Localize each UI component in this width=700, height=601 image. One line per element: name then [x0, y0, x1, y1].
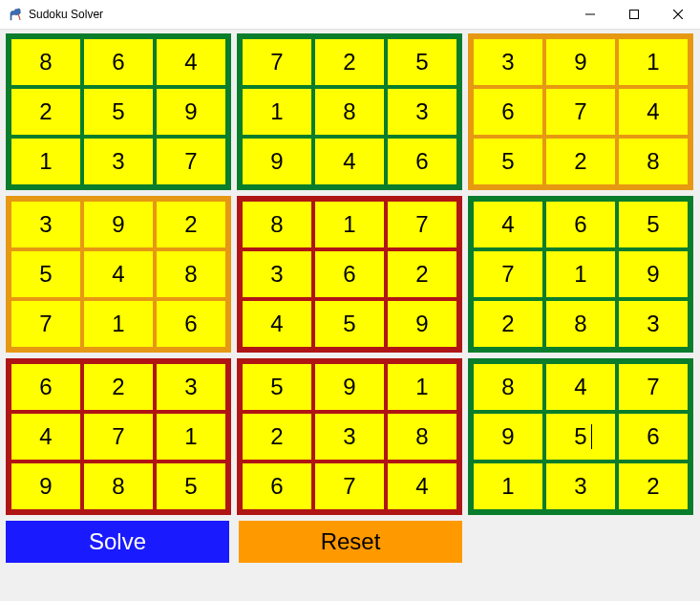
close-button[interactable]	[656, 0, 700, 29]
cell-1-3[interactable]: 1	[241, 87, 313, 137]
cell-0-0[interactable]: 8	[10, 37, 82, 87]
cell-8-7[interactable]: 3	[544, 461, 617, 511]
cell-6-8[interactable]: 5	[155, 461, 227, 511]
cell-7-7[interactable]: 7	[313, 461, 386, 511]
cell-1-2[interactable]: 5	[386, 37, 458, 87]
subgrid-6: 623471985	[6, 358, 231, 515]
svg-rect-1	[630, 11, 639, 19]
cell-3-8[interactable]: 6	[155, 299, 227, 349]
subgrid-4: 817362459	[237, 196, 462, 353]
reset-button[interactable]: Reset	[239, 521, 462, 563]
cell-2-4[interactable]: 7	[544, 87, 617, 137]
cell-0-3[interactable]: 2	[10, 87, 82, 137]
cell-2-3[interactable]: 6	[472, 87, 544, 137]
cell-1-6[interactable]: 9	[241, 137, 313, 186]
cell-7-5[interactable]: 8	[386, 412, 458, 461]
cell-1-0[interactable]: 7	[241, 37, 313, 87]
cell-7-2[interactable]: 1	[386, 362, 458, 412]
cell-6-3[interactable]: 4	[10, 412, 82, 461]
cell-1-1[interactable]: 2	[313, 37, 386, 87]
cell-0-6[interactable]: 1	[10, 137, 82, 186]
cell-3-6[interactable]: 7	[10, 299, 82, 349]
maximize-button[interactable]	[612, 0, 656, 29]
cell-8-0[interactable]: 8	[472, 362, 544, 412]
cell-3-3[interactable]: 5	[10, 249, 82, 299]
cell-6-7[interactable]: 8	[82, 461, 155, 511]
cell-4-8[interactable]: 9	[386, 299, 458, 349]
cell-2-5[interactable]: 4	[617, 87, 689, 137]
cell-7-1[interactable]: 9	[313, 362, 386, 412]
cell-5-8[interactable]: 3	[617, 299, 689, 349]
cell-3-7[interactable]: 1	[82, 299, 155, 349]
cell-3-0[interactable]: 3	[10, 200, 82, 249]
cell-2-8[interactable]: 8	[617, 137, 689, 186]
cell-4-7[interactable]: 5	[313, 299, 386, 349]
cell-6-1[interactable]: 2	[82, 362, 155, 412]
cell-7-6[interactable]: 6	[241, 461, 313, 511]
cell-1-5[interactable]: 3	[386, 87, 458, 137]
subgrid-5: 465719283	[468, 196, 693, 353]
cell-4-4[interactable]: 6	[313, 249, 386, 299]
cell-6-6[interactable]: 9	[10, 461, 82, 511]
cell-5-6[interactable]: 2	[472, 299, 544, 349]
window-title: Sudoku Solver	[29, 8, 103, 21]
subgrid-8: 847956132	[468, 358, 693, 515]
cell-1-4[interactable]: 8	[313, 87, 386, 137]
minimize-button[interactable]	[568, 0, 612, 29]
cell-4-3[interactable]: 3	[241, 249, 313, 299]
cell-7-0[interactable]: 5	[241, 362, 313, 412]
cell-2-1[interactable]: 9	[544, 37, 617, 87]
cell-5-1[interactable]: 6	[544, 200, 617, 249]
cell-0-2[interactable]: 4	[155, 37, 227, 87]
cell-8-4[interactable]: 5	[544, 412, 617, 461]
cell-8-8[interactable]: 2	[617, 461, 689, 511]
cell-4-5[interactable]: 2	[386, 249, 458, 299]
cell-4-1[interactable]: 1	[313, 200, 386, 249]
subgrid-2: 391674528	[468, 33, 693, 190]
cell-8-2[interactable]: 7	[617, 362, 689, 412]
cell-6-4[interactable]: 7	[82, 412, 155, 461]
cell-0-5[interactable]: 9	[155, 87, 227, 137]
cell-5-3[interactable]: 7	[472, 249, 544, 299]
cell-3-5[interactable]: 8	[155, 249, 227, 299]
cell-3-1[interactable]: 9	[82, 200, 155, 249]
cell-7-3[interactable]: 2	[241, 412, 313, 461]
text-caret	[591, 424, 592, 449]
cell-1-7[interactable]: 4	[313, 137, 386, 186]
cell-5-7[interactable]: 8	[544, 299, 617, 349]
cell-3-2[interactable]: 2	[155, 200, 227, 249]
cell-5-4[interactable]: 1	[544, 249, 617, 299]
cell-3-4[interactable]: 4	[82, 249, 155, 299]
cell-4-2[interactable]: 7	[386, 200, 458, 249]
cell-8-3[interactable]: 9	[472, 412, 544, 461]
cell-5-2[interactable]: 5	[617, 200, 689, 249]
cell-0-8[interactable]: 7	[155, 137, 227, 186]
cell-4-0[interactable]: 8	[241, 200, 313, 249]
subgrid-0: 864259137	[6, 33, 231, 190]
cell-6-0[interactable]: 6	[10, 362, 82, 412]
cell-1-8[interactable]: 6	[386, 137, 458, 186]
app-icon	[8, 7, 23, 22]
cell-4-6[interactable]: 4	[241, 299, 313, 349]
subgrid-7: 591238674	[237, 358, 462, 515]
cell-2-7[interactable]: 2	[544, 137, 617, 186]
sudoku-board: 8642591377251839463916745283925487168173…	[6, 33, 693, 515]
titlebar: Sudoku Solver	[0, 0, 700, 30]
cell-8-1[interactable]: 4	[544, 362, 617, 412]
cell-7-8[interactable]: 4	[386, 461, 458, 511]
subgrid-3: 392548716	[6, 196, 231, 353]
cell-5-0[interactable]: 4	[472, 200, 544, 249]
solve-button[interactable]: Solve	[6, 521, 229, 563]
cell-6-2[interactable]: 3	[155, 362, 227, 412]
cell-7-4[interactable]: 3	[313, 412, 386, 461]
cell-2-2[interactable]: 1	[617, 37, 689, 87]
cell-8-5[interactable]: 6	[617, 412, 689, 461]
cell-0-7[interactable]: 3	[82, 137, 155, 186]
cell-5-5[interactable]: 9	[617, 249, 689, 299]
cell-0-4[interactable]: 5	[82, 87, 155, 137]
cell-0-1[interactable]: 6	[82, 37, 155, 87]
cell-8-6[interactable]: 1	[472, 461, 544, 511]
cell-2-0[interactable]: 3	[472, 37, 544, 87]
cell-6-5[interactable]: 1	[155, 412, 227, 461]
cell-2-6[interactable]: 5	[472, 137, 544, 186]
